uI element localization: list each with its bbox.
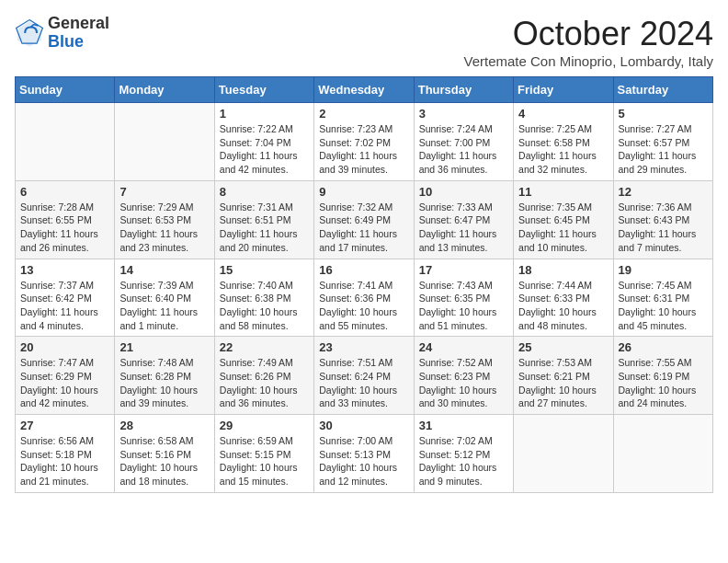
logo: General Blue xyxy=(15,15,109,52)
calendar-cell: 5Sunrise: 7:27 AM Sunset: 6:57 PM Daylig… xyxy=(613,103,712,181)
day-info: Sunrise: 7:02 AM Sunset: 5:12 PM Dayligh… xyxy=(419,434,508,488)
day-info: Sunrise: 7:27 AM Sunset: 6:57 PM Dayligh… xyxy=(619,122,708,177)
day-info: Sunrise: 7:51 AM Sunset: 6:24 PM Dayligh… xyxy=(319,356,408,410)
day-header-monday: Monday xyxy=(115,77,214,103)
calendar-cell: 29Sunrise: 6:59 AM Sunset: 5:15 PM Dayli… xyxy=(214,415,313,493)
day-info: Sunrise: 7:31 AM Sunset: 6:51 PM Dayligh… xyxy=(220,201,309,255)
day-number: 9 xyxy=(319,185,408,199)
day-info: Sunrise: 7:49 AM Sunset: 6:26 PM Dayligh… xyxy=(220,356,309,410)
day-info: Sunrise: 7:40 AM Sunset: 6:38 PM Dayligh… xyxy=(220,279,309,333)
day-info: Sunrise: 7:22 AM Sunset: 7:04 PM Dayligh… xyxy=(220,122,309,177)
day-header-friday: Friday xyxy=(514,77,613,103)
day-info: Sunrise: 7:48 AM Sunset: 6:28 PM Dayligh… xyxy=(119,356,209,410)
day-number: 23 xyxy=(319,340,408,354)
day-header-row: SundayMondayTuesdayWednesdayThursdayFrid… xyxy=(16,77,713,103)
calendar-cell xyxy=(613,415,712,493)
week-row-2: 6Sunrise: 7:28 AM Sunset: 6:55 PM Daylig… xyxy=(16,180,713,259)
calendar-cell: 9Sunrise: 7:32 AM Sunset: 6:49 PM Daylig… xyxy=(314,180,414,259)
day-number: 22 xyxy=(220,340,309,354)
calendar-cell: 25Sunrise: 7:53 AM Sunset: 6:21 PM Dayli… xyxy=(514,337,613,415)
day-info: Sunrise: 7:44 AM Sunset: 6:33 PM Dayligh… xyxy=(518,279,608,333)
day-info: Sunrise: 7:45 AM Sunset: 6:31 PM Dayligh… xyxy=(619,279,708,333)
day-number: 5 xyxy=(619,107,708,121)
week-row-5: 27Sunrise: 6:56 AM Sunset: 5:18 PM Dayli… xyxy=(16,415,713,493)
calendar-cell: 13Sunrise: 7:37 AM Sunset: 6:42 PM Dayli… xyxy=(16,259,115,337)
calendar-cell: 11Sunrise: 7:35 AM Sunset: 6:45 PM Dayli… xyxy=(514,180,613,259)
day-number: 30 xyxy=(319,419,408,432)
day-info: Sunrise: 7:29 AM Sunset: 6:53 PM Dayligh… xyxy=(119,201,209,255)
day-number: 31 xyxy=(419,419,508,432)
day-number: 1 xyxy=(220,107,309,121)
day-info: Sunrise: 7:00 AM Sunset: 5:13 PM Dayligh… xyxy=(319,434,408,488)
calendar-cell: 2Sunrise: 7:23 AM Sunset: 7:02 PM Daylig… xyxy=(314,103,414,181)
week-row-1: 1Sunrise: 7:22 AM Sunset: 7:04 PM Daylig… xyxy=(16,103,713,181)
calendar-cell: 16Sunrise: 7:41 AM Sunset: 6:36 PM Dayli… xyxy=(314,259,414,337)
calendar-cell: 23Sunrise: 7:51 AM Sunset: 6:24 PM Dayli… xyxy=(314,337,414,415)
day-info: Sunrise: 7:37 AM Sunset: 6:42 PM Dayligh… xyxy=(20,279,109,333)
day-info: Sunrise: 7:23 AM Sunset: 7:02 PM Dayligh… xyxy=(319,122,408,177)
day-info: Sunrise: 7:28 AM Sunset: 6:55 PM Dayligh… xyxy=(20,201,109,255)
day-number: 24 xyxy=(419,340,508,354)
day-number: 11 xyxy=(518,185,608,199)
day-number: 3 xyxy=(419,107,508,121)
day-header-sunday: Sunday xyxy=(16,77,115,103)
day-number: 2 xyxy=(319,107,408,121)
day-number: 28 xyxy=(119,419,209,432)
calendar-cell: 6Sunrise: 7:28 AM Sunset: 6:55 PM Daylig… xyxy=(16,180,115,259)
week-row-4: 20Sunrise: 7:47 AM Sunset: 6:29 PM Dayli… xyxy=(16,337,713,415)
day-header-thursday: Thursday xyxy=(414,77,513,103)
day-info: Sunrise: 7:41 AM Sunset: 6:36 PM Dayligh… xyxy=(319,279,408,333)
day-number: 17 xyxy=(419,263,508,277)
day-number: 6 xyxy=(20,185,109,199)
day-info: Sunrise: 7:32 AM Sunset: 6:49 PM Dayligh… xyxy=(319,201,408,255)
calendar-cell: 15Sunrise: 7:40 AM Sunset: 6:38 PM Dayli… xyxy=(214,259,313,337)
page-header: General Blue October 2024 Vertemate Con … xyxy=(15,15,713,69)
day-info: Sunrise: 7:25 AM Sunset: 6:58 PM Dayligh… xyxy=(518,122,608,177)
day-number: 12 xyxy=(619,185,708,199)
day-info: Sunrise: 7:36 AM Sunset: 6:43 PM Dayligh… xyxy=(619,201,708,255)
day-info: Sunrise: 7:55 AM Sunset: 6:19 PM Dayligh… xyxy=(619,356,708,410)
calendar-cell: 26Sunrise: 7:55 AM Sunset: 6:19 PM Dayli… xyxy=(613,337,712,415)
day-number: 8 xyxy=(220,185,309,199)
logo-blue-text: Blue xyxy=(48,33,109,52)
day-info: Sunrise: 7:53 AM Sunset: 6:21 PM Dayligh… xyxy=(518,356,608,410)
logo-text: General Blue xyxy=(48,15,109,52)
day-number: 27 xyxy=(20,419,109,432)
calendar-cell: 21Sunrise: 7:48 AM Sunset: 6:28 PM Dayli… xyxy=(115,337,214,415)
title-block: October 2024 Vertemate Con Minoprio, Lom… xyxy=(463,15,713,69)
calendar-cell: 30Sunrise: 7:00 AM Sunset: 5:13 PM Dayli… xyxy=(314,415,414,493)
day-number: 18 xyxy=(518,263,608,277)
logo-general-text: General xyxy=(48,15,109,33)
day-number: 25 xyxy=(518,340,608,354)
calendar-cell xyxy=(115,103,214,181)
calendar-cell: 4Sunrise: 7:25 AM Sunset: 6:58 PM Daylig… xyxy=(514,103,613,181)
day-number: 16 xyxy=(319,263,408,277)
calendar-cell: 27Sunrise: 6:56 AM Sunset: 5:18 PM Dayli… xyxy=(16,415,115,493)
day-info: Sunrise: 6:58 AM Sunset: 5:16 PM Dayligh… xyxy=(119,434,209,488)
day-info: Sunrise: 7:52 AM Sunset: 6:23 PM Dayligh… xyxy=(419,356,508,410)
day-number: 26 xyxy=(619,340,708,354)
calendar-cell: 1Sunrise: 7:22 AM Sunset: 7:04 PM Daylig… xyxy=(214,103,313,181)
calendar-cell: 28Sunrise: 6:58 AM Sunset: 5:16 PM Dayli… xyxy=(115,415,214,493)
day-info: Sunrise: 7:47 AM Sunset: 6:29 PM Dayligh… xyxy=(20,356,109,410)
day-info: Sunrise: 7:35 AM Sunset: 6:45 PM Dayligh… xyxy=(518,201,608,255)
location-subtitle: Vertemate Con Minoprio, Lombardy, Italy xyxy=(463,53,713,69)
calendar-cell: 22Sunrise: 7:49 AM Sunset: 6:26 PM Dayli… xyxy=(214,337,313,415)
calendar-cell: 17Sunrise: 7:43 AM Sunset: 6:35 PM Dayli… xyxy=(414,259,513,337)
week-row-3: 13Sunrise: 7:37 AM Sunset: 6:42 PM Dayli… xyxy=(16,259,713,337)
day-info: Sunrise: 7:43 AM Sunset: 6:35 PM Dayligh… xyxy=(419,279,508,333)
day-number: 4 xyxy=(518,107,608,121)
day-number: 15 xyxy=(220,263,309,277)
calendar-cell: 7Sunrise: 7:29 AM Sunset: 6:53 PM Daylig… xyxy=(115,180,214,259)
day-number: 19 xyxy=(619,263,708,277)
calendar-cell: 3Sunrise: 7:24 AM Sunset: 7:00 PM Daylig… xyxy=(414,103,513,181)
day-info: Sunrise: 6:56 AM Sunset: 5:18 PM Dayligh… xyxy=(20,434,109,488)
calendar-cell: 14Sunrise: 7:39 AM Sunset: 6:40 PM Dayli… xyxy=(115,259,214,337)
month-title: October 2024 xyxy=(463,15,713,53)
day-number: 29 xyxy=(220,419,309,432)
day-number: 14 xyxy=(119,263,209,277)
calendar-cell: 8Sunrise: 7:31 AM Sunset: 6:51 PM Daylig… xyxy=(214,180,313,259)
calendar-cell: 24Sunrise: 7:52 AM Sunset: 6:23 PM Dayli… xyxy=(414,337,513,415)
calendar-cell: 12Sunrise: 7:36 AM Sunset: 6:43 PM Dayli… xyxy=(613,180,712,259)
day-number: 13 xyxy=(20,263,109,277)
